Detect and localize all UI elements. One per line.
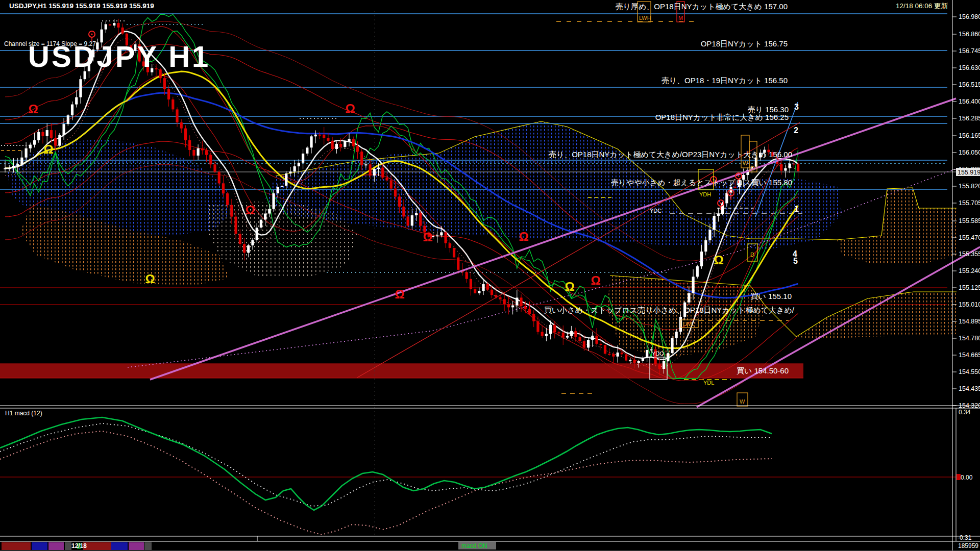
candle-body (797, 164, 799, 171)
pattern-marker-red: Ω (28, 102, 38, 116)
candle-body (272, 193, 275, 209)
order-annotation: 売りやや小さめ・超えるとストップロス買い 155.80 (611, 178, 792, 187)
candle-body (4, 168, 6, 169)
axis-tick-label: 155.705 (959, 199, 980, 207)
candle-body (50, 130, 53, 138)
tag-label: M (678, 15, 683, 21)
order-annotation: OP18日NYカット 156.75 (701, 39, 788, 48)
price-chart-canvas[interactable]: ΩΩΩΩΩΩΩΩΩΩΩLWHMYDHWDYDCDLWLYDOYDLW32145売… (0, 0, 980, 551)
timeline-segment[interactable] (32, 542, 47, 550)
candle-body (167, 89, 170, 99)
axis-tick-label: 154.895 (959, 318, 980, 325)
tag-label: W (743, 160, 748, 166)
candle-body (587, 340, 590, 347)
axis-tick-label: 155.585 (959, 217, 980, 224)
candle-body (612, 354, 615, 357)
candle-body (591, 336, 594, 340)
candle-body (205, 151, 208, 155)
axis-tick-label: 154.320 (959, 402, 980, 409)
timeline-segment[interactable] (48, 542, 64, 550)
candle-body (29, 145, 32, 148)
sell-signal-dot (738, 175, 739, 177)
tag-label: D (750, 252, 754, 258)
axis-tick-label: 156.630 (959, 64, 980, 71)
timeline-segment[interactable] (83, 542, 111, 550)
candle-body (566, 336, 569, 337)
candle-body (352, 139, 355, 146)
axis-tick-label: 155.470 (959, 234, 980, 241)
timeline-segment[interactable] (129, 542, 144, 550)
ichimoku-cloud (796, 292, 957, 339)
candle-body (293, 166, 296, 171)
candle-body (402, 207, 405, 216)
timeline-segment[interactable] (111, 542, 128, 550)
timeline-segment[interactable] (65, 542, 71, 550)
axis-tick-label: 156.165 (959, 132, 980, 139)
candle-body (671, 338, 673, 353)
candle-body (16, 164, 19, 166)
candle-body (281, 186, 283, 187)
price-axis[interactable]: 156.980156.860156.745156.630156.515156.4… (952, 0, 980, 551)
timeline-segment[interactable] (2, 542, 31, 550)
axis-tick-label: 155.125 (959, 284, 980, 291)
candle-body (369, 164, 372, 176)
footer-count-label: 185959 (958, 542, 978, 549)
axis-tick-label: 154.435 (959, 385, 980, 392)
macd-pane[interactable] (0, 406, 980, 541)
candle-body (218, 172, 220, 184)
candle-body (235, 217, 237, 234)
candle-body (617, 353, 619, 357)
candle-body (314, 135, 317, 137)
candle-body (58, 135, 61, 146)
tag-label: YDO (652, 350, 664, 357)
candle-body (545, 334, 548, 336)
order-annotation: OP18日NYカット非常に大きめ 156.25 (655, 113, 789, 121)
candle-body (172, 99, 174, 110)
candle-body (449, 243, 451, 248)
candle-body (482, 284, 484, 291)
candle-body (445, 232, 447, 243)
current-price-badge: 155.919 (956, 168, 980, 176)
candle-body (75, 97, 78, 105)
candle-body (608, 354, 610, 355)
trading-terminal: { "meta": { "title_bar": "USDJPY,H1 155.… (0, 0, 980, 551)
candle-body (704, 240, 707, 252)
candle-body (579, 337, 581, 341)
candle-body (37, 132, 40, 140)
candle-body (713, 216, 716, 230)
candle-body (364, 164, 367, 165)
candle-body (646, 350, 648, 358)
candle-body (507, 304, 510, 307)
macd-lines (0, 417, 772, 535)
candle-body (499, 297, 501, 299)
candle-body (176, 109, 178, 122)
ichimoku-clouds (8, 121, 957, 357)
candle-body (318, 135, 321, 136)
pattern-marker-red: Ω (423, 230, 432, 244)
candle-body (390, 180, 393, 188)
candle-body (71, 105, 74, 115)
tag-label: W (740, 398, 745, 405)
order-annotation: 売り厚め、OP18日NYカット極めて大きめ 157.00 (616, 2, 788, 11)
candle-body (692, 277, 694, 293)
tag-label: YDH (699, 191, 711, 197)
svg-text:155.919: 155.919 (958, 169, 980, 176)
candle-body (323, 135, 325, 138)
candle-body (121, 28, 124, 34)
axis-tick-label: 156.400 (959, 98, 980, 105)
timeline-segment[interactable] (144, 542, 152, 550)
candle-body (633, 360, 635, 363)
candle-body (562, 333, 565, 338)
candle-body (33, 140, 36, 145)
candle-body (302, 154, 304, 163)
candle-body (113, 23, 115, 26)
candle-body (381, 168, 384, 178)
order-annotation: 買い小さめ・ストップロス売り小さめ、OP18日NYカット極めて大きめ/ (544, 306, 795, 314)
axis-tick-label: 154.780 (959, 335, 980, 342)
order-annotation: 買い 155.10 (751, 292, 792, 300)
tag-label: LWL (683, 321, 694, 327)
candle-body (436, 235, 438, 236)
candle-body (638, 361, 640, 363)
macd-signal-line (0, 423, 772, 506)
pattern-marker-yellow: Ω (565, 280, 574, 293)
